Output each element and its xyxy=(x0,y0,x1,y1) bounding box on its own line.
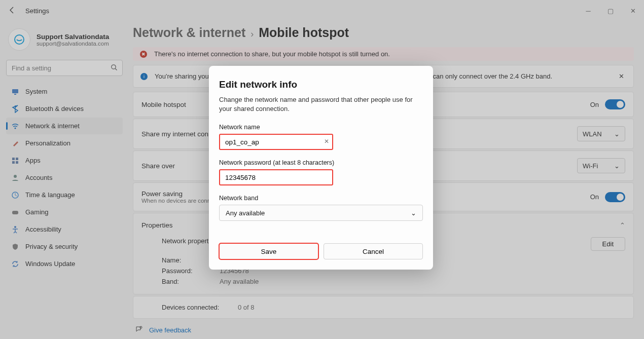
band-value: Any available xyxy=(226,209,265,217)
dialog-title: Edit network info xyxy=(219,79,423,90)
save-button[interactable]: Save xyxy=(219,243,318,259)
pwd-label: Network password (at least 8 characters) xyxy=(219,159,423,166)
network-band-dropdown[interactable]: Any available ⌄ xyxy=(219,205,423,221)
chevron-down-icon: ⌄ xyxy=(411,209,416,217)
network-password-input[interactable] xyxy=(219,169,333,185)
edit-network-dialog: Edit network info Change the network nam… xyxy=(209,66,433,270)
name-label: Network name xyxy=(219,124,423,131)
network-name-input[interactable] xyxy=(219,134,333,150)
band-label: Network band xyxy=(219,195,423,202)
clear-icon[interactable]: ✕ xyxy=(324,138,329,145)
dialog-description: Change the network name and password tha… xyxy=(219,95,423,114)
cancel-button[interactable]: Cancel xyxy=(324,243,423,259)
